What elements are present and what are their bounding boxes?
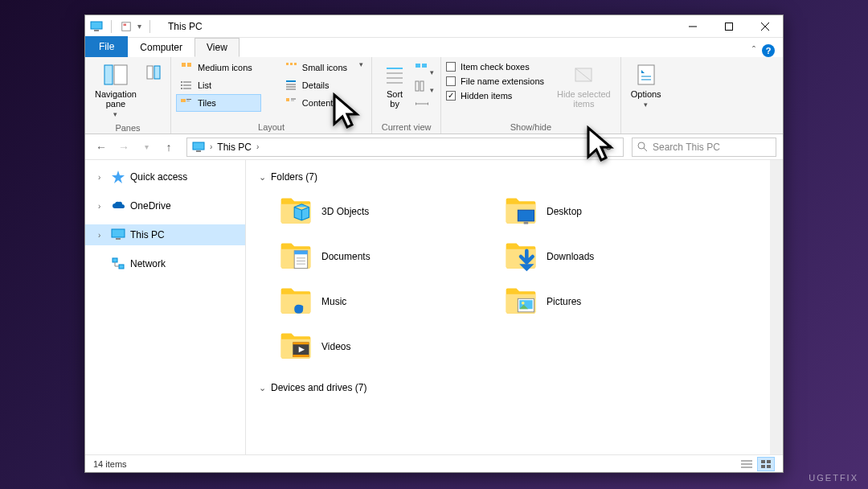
large-icons-view-button[interactable] (757, 457, 775, 471)
help-icon[interactable]: ? (762, 44, 775, 57)
folder-item[interactable]: Pictures (500, 281, 709, 323)
folder-label: Downloads (547, 251, 594, 262)
layout-small-icons[interactable]: Small icons (280, 59, 356, 76)
svg-rect-2 (122, 22, 131, 31)
statusbar: 14 items (85, 454, 783, 472)
folder-icon (278, 239, 313, 274)
maximize-button[interactable] (710, 15, 747, 38)
svg-rect-68 (293, 343, 309, 345)
details-view-button[interactable] (738, 457, 755, 471)
svg-rect-37 (416, 64, 420, 68)
layout-medium-icons[interactable]: Medium icons (176, 59, 261, 76)
star-icon (111, 170, 125, 184)
sidebar-item-label: Quick access (130, 171, 187, 183)
svg-rect-57 (518, 210, 534, 221)
folder-item[interactable]: Videos (275, 326, 484, 368)
folders-header[interactable]: ⌄ Folders (7) (259, 166, 770, 187)
sidebar-item-label: OneDrive (130, 200, 171, 212)
svg-rect-48 (196, 150, 201, 152)
folder-item[interactable]: 3D Objects (275, 191, 484, 232)
layout-expand-icon[interactable]: ▾ (359, 60, 363, 68)
folder-item[interactable]: Desktop (500, 191, 709, 232)
folder-item[interactable]: Documents (275, 236, 484, 277)
network-icon (111, 257, 125, 271)
sidebar-item-this-pc[interactable]: › This PC (85, 224, 245, 245)
svg-rect-54 (119, 265, 124, 269)
svg-point-17 (181, 81, 182, 83)
add-columns-button[interactable]: ▾ (414, 80, 434, 96)
minimize-button[interactable] (674, 15, 710, 38)
sidebar-item-network[interactable]: › Network (85, 253, 245, 274)
titlebar: ▾ This PC (85, 15, 783, 38)
svg-rect-13 (187, 63, 191, 67)
svg-rect-10 (147, 66, 153, 79)
svg-rect-44 (638, 65, 654, 84)
qat-properties-icon[interactable] (120, 21, 133, 32)
navigation-tree: › Quick access › OneDrive › This PC › Ne… (85, 160, 246, 454)
svg-rect-39 (416, 81, 419, 91)
svg-rect-8 (104, 65, 113, 84)
checkbox-item-check-boxes[interactable]: Item check boxes (446, 60, 544, 73)
tab-view[interactable]: View (194, 38, 240, 57)
svg-rect-51 (112, 229, 125, 237)
preview-pane-button[interactable] (141, 59, 166, 83)
svg-rect-12 (182, 63, 186, 67)
group-by-button[interactable]: ▾ (414, 62, 434, 78)
tab-file[interactable]: File (85, 36, 128, 57)
svg-rect-53 (113, 258, 117, 262)
hide-selected-button: Hide selected items (552, 59, 616, 112)
address-field[interactable]: › This PC › ⌄ ↻ (186, 138, 624, 157)
cursor-icon (583, 125, 617, 166)
svg-rect-9 (114, 65, 127, 84)
layout-list[interactable]: List (176, 76, 261, 94)
navigation-pane-button[interactable]: Navigation pane ▾ (90, 59, 141, 121)
breadcrumb[interactable]: This PC (217, 142, 252, 153)
sidebar-item-quick-access[interactable]: › Quick access (85, 166, 245, 187)
folder-label: Documents (321, 251, 371, 262)
forward-button[interactable]: → (114, 138, 133, 157)
scrollbar[interactable] (770, 160, 783, 454)
svg-rect-76 (767, 465, 771, 468)
options-button[interactable]: Options ▾ (626, 59, 666, 112)
back-button[interactable]: ← (92, 138, 111, 157)
chevron-down-icon: ⌄ (259, 172, 266, 183)
preview-pane-icon (146, 65, 161, 80)
folder-item[interactable]: Music (275, 281, 484, 323)
address-bar: ← → ▾ ↑ › This PC › ⌄ ↻ Search This PC (85, 134, 783, 160)
chevron-right-icon[interactable]: › (98, 202, 106, 211)
layout-tiles[interactable]: Tiles (176, 94, 261, 112)
checkbox-hidden-items[interactable]: Hidden items (446, 89, 544, 102)
svg-rect-38 (422, 64, 427, 68)
svg-rect-22 (186, 101, 190, 101)
folder-icon (278, 194, 313, 229)
sidebar-item-onedrive[interactable]: › OneDrive (85, 195, 245, 216)
ribbon-tabs: File Computer View ˆ ? (85, 38, 783, 57)
tab-computer[interactable]: Computer (128, 38, 194, 57)
chevron-right-icon[interactable]: › (98, 173, 106, 182)
drives-header[interactable]: ⌄ Devices and drives (7) (259, 377, 770, 398)
up-button[interactable]: ↑ (159, 138, 178, 157)
svg-rect-75 (761, 465, 765, 468)
sort-by-button[interactable]: Sort by (377, 59, 412, 112)
checkbox-file-extensions[interactable]: File name extensions (446, 75, 544, 88)
chevron-right-icon[interactable]: › (210, 142, 212, 151)
size-columns-button[interactable] (414, 97, 434, 113)
search-input[interactable]: Search This PC (632, 138, 776, 157)
folder-item[interactable]: Downloads (500, 236, 709, 277)
close-button[interactable] (747, 15, 783, 38)
svg-rect-60 (294, 251, 308, 255)
ribbon-group-options: Options ▾ (621, 57, 671, 134)
collapse-ribbon-icon[interactable]: ˆ (752, 45, 755, 56)
folder-icon (278, 284, 313, 319)
options-icon (633, 62, 659, 88)
svg-rect-73 (761, 460, 765, 463)
svg-rect-24 (290, 63, 293, 65)
qat-dropdown-icon[interactable]: ▾ (137, 22, 141, 31)
chevron-right-icon[interactable]: › (98, 231, 106, 240)
svg-point-49 (638, 142, 645, 149)
recent-dropdown-icon[interactable]: ▾ (137, 138, 156, 157)
sidebar-item-label: This PC (130, 229, 165, 240)
svg-rect-0 (91, 22, 102, 29)
folder-label: Desktop (547, 206, 582, 217)
chevron-right-icon[interactable]: › (256, 142, 259, 151)
